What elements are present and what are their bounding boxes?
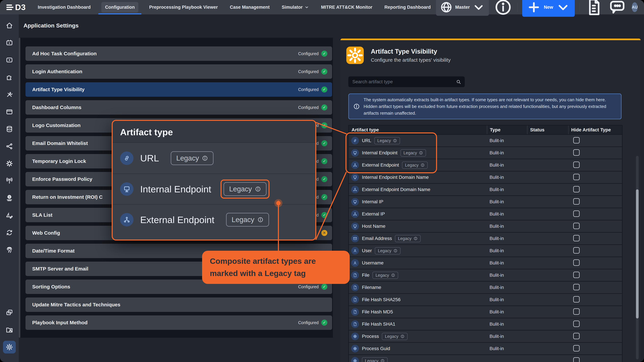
check-badge-icon: ✓: [321, 320, 327, 326]
sidebar-item-api-gear[interactable]: [3, 157, 16, 170]
tab-case-management[interactable]: Case Management: [224, 0, 275, 14]
chevron-down-icon: [472, 1, 485, 14]
hide-artifact-checkbox[interactable]: [573, 174, 580, 180]
sidebar-item-fingerprint[interactable]: [3, 244, 16, 256]
check-badge-icon: ✓: [321, 212, 327, 218]
sidebar-item-sync[interactable]: [3, 226, 16, 239]
settings-scrollbar[interactable]: [19, 38, 20, 338]
home-icon: [6, 22, 13, 29]
hide-artifact-checkbox[interactable]: [573, 357, 580, 362]
legacy-tag[interactable]: Legacy: [382, 333, 408, 340]
new-button[interactable]: New: [522, 0, 575, 17]
sidebar-item-calendar-play[interactable]: [3, 36, 16, 49]
legacy-tag[interactable]: Legacy: [372, 272, 398, 279]
callout-row-external-endpoint: External EndpointLegacy: [113, 204, 315, 235]
table-row-internal-ip: Internal IPBulit-in: [349, 195, 622, 208]
search-input[interactable]: [348, 79, 465, 84]
type-value: Bulit-in: [487, 236, 527, 241]
type-value: Bulit-in: [487, 162, 527, 168]
zoom-callout-panel: Artifact type URLLegacyInternal Endpoint…: [112, 120, 316, 241]
legacy-tag[interactable]: Legacy: [395, 235, 420, 242]
info-icon[interactable]: [494, 0, 513, 17]
type-value: Bulit-in: [487, 138, 527, 143]
hide-artifact-checkbox[interactable]: [573, 247, 580, 254]
sidebar-item-database[interactable]: [3, 123, 16, 135]
logo-text: D3: [15, 3, 26, 12]
sidebar-item-antenna[interactable]: [3, 174, 16, 187]
hide-artifact-checkbox[interactable]: [573, 321, 580, 327]
tab-mitre-att-ck-monitor[interactable]: MITRE ATT&CK Monitor: [316, 0, 378, 14]
sidebar-item-board[interactable]: [3, 105, 16, 118]
type-value: Bulit-in: [487, 187, 527, 192]
legacy-tag[interactable]: Legacy: [375, 247, 400, 254]
tab-preprocessing-playbook-viewer[interactable]: Preprocessing Playbook Viewer: [144, 0, 223, 14]
table-row-file-hash-sha256: File Hash SHA256Bulit-in: [349, 293, 622, 306]
hide-artifact-checkbox[interactable]: [573, 284, 580, 290]
hide-artifact-checkbox[interactable]: [573, 223, 580, 229]
configured-status: Configured: [298, 284, 319, 289]
hide-artifact-checkbox[interactable]: [573, 211, 580, 217]
settings-item-update-mitre-tactics-and-techniques[interactable]: Update Mitre Tactics and Techniques: [26, 298, 332, 312]
artifact-type-label: Internal Endpoint Domain Name: [362, 175, 429, 180]
settings-item-artifact-type-visibility[interactable]: Artifact Type VisibilityConfigured✓: [26, 82, 332, 97]
table-row-email-address: Email AddressLegacyBulit-in: [349, 232, 622, 244]
hide-artifact-checkbox[interactable]: [573, 137, 580, 143]
legacy-tag[interactable]: Legacy: [226, 213, 269, 227]
d3-logo[interactable]: D3: [6, 3, 26, 12]
sidebar-item-puzzle[interactable]: [3, 71, 16, 84]
type-value: Bulit-in: [487, 285, 527, 290]
configured-status: Configured: [298, 87, 319, 92]
release-notes-icon[interactable]: [584, 0, 604, 17]
chip-icon: [351, 333, 359, 340]
copy-icon: [6, 309, 13, 316]
hide-artifact-checkbox[interactable]: [573, 272, 580, 278]
sidebar-item-settings-gear[interactable]: [3, 341, 16, 354]
site-selector-button[interactable]: Master: [436, 0, 489, 16]
hide-artifact-checkbox[interactable]: [573, 308, 580, 315]
chat-icon[interactable]: [608, 0, 627, 17]
legacy-tag[interactable]: Legacy: [224, 182, 266, 196]
hide-artifact-checkbox[interactable]: [573, 235, 580, 241]
legacy-tag[interactable]: Legacy: [171, 151, 214, 165]
hide-artifact-checkbox[interactable]: [573, 162, 580, 168]
legacy-tag[interactable]: Legacy: [362, 357, 388, 362]
settings-item-ad-hoc-task-configuration[interactable]: Ad Hoc Task ConfigurationConfigured✓: [26, 46, 332, 61]
sidebar-item-copy[interactable]: [3, 306, 16, 319]
sidebar-item-globe-lines[interactable]: [3, 192, 16, 204]
topbar-actions: Master New AU: [436, 0, 638, 17]
avatar[interactable]: AU: [632, 2, 638, 12]
settings-item-label: Sorting Options: [32, 284, 70, 290]
sidebar-item-folder-user[interactable]: [3, 324, 16, 336]
tab-reporting-dashboard[interactable]: Reporting Dashboard: [379, 0, 436, 14]
hide-artifact-checkbox[interactable]: [573, 333, 580, 339]
hide-artifact-checkbox[interactable]: [573, 149, 580, 156]
artifact-type-label: Email Address: [362, 236, 392, 241]
hide-artifact-checkbox[interactable]: [573, 259, 580, 266]
panel-scrollbar-thumb[interactable]: [636, 189, 639, 319]
chevron-down-icon: [304, 5, 309, 9]
type-value: Bulit-in: [487, 297, 527, 302]
sidebar-item-tools[interactable]: [3, 88, 16, 101]
tab-configuration[interactable]: Configuration: [97, 0, 142, 14]
calendar-play-icon: [6, 39, 13, 46]
settings-item-label: Artifact Type Visibility: [32, 87, 84, 92]
check-badge-icon: ✓: [321, 68, 327, 75]
sidebar-item-playbook[interactable]: [3, 54, 16, 66]
tab-investigation-dashboard[interactable]: Investigation Dashboard: [32, 0, 96, 14]
check-badge-icon: ✓: [321, 194, 327, 200]
hide-artifact-checkbox[interactable]: [573, 345, 580, 352]
hide-artifact-checkbox[interactable]: [573, 186, 580, 192]
sidebar-item-alert-edit[interactable]: [3, 209, 16, 222]
check-badge-icon: ✓: [321, 284, 327, 290]
hide-artifact-checkbox[interactable]: [573, 198, 580, 205]
settings-item-dashboard-columns[interactable]: Dashboard ColumnsConfigured✓: [26, 100, 332, 115]
panel-title: Artifact Type Visibility: [371, 48, 451, 55]
settings-item-playbook-input-method[interactable]: Playbook Input MethodConfigured✓: [26, 316, 332, 330]
hide-artifact-checkbox[interactable]: [573, 296, 580, 303]
sidebar-top-icons: [3, 14, 16, 261]
settings-item-login-authentication[interactable]: Login AuthenticationConfigured✓: [26, 64, 332, 79]
sidebar-item-share[interactable]: [3, 140, 16, 153]
sidebar-item-home[interactable]: [3, 19, 16, 32]
info-icon: [255, 186, 261, 192]
tab-simulator[interactable]: Simulator: [276, 0, 314, 14]
